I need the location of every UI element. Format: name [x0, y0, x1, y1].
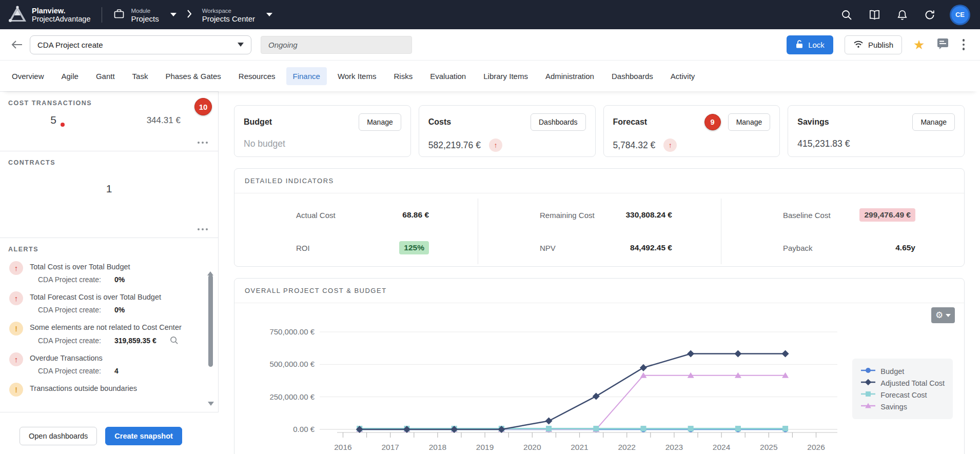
module-switcher[interactable]: Module Projects: [113, 7, 176, 23]
savings-value: 415,231.83 €: [797, 139, 955, 149]
alerts-scrollbar[interactable]: [207, 263, 214, 406]
tab-work-items[interactable]: Work Items: [331, 67, 383, 85]
tab-task[interactable]: Task: [126, 67, 155, 85]
chart-settings-gear-icon[interactable]: ⚙: [931, 307, 955, 323]
chart-series-savings: [356, 372, 789, 432]
project-name: CDA Project create: [37, 41, 103, 49]
alert-item[interactable]: ↑ Overdue Transactions CDA Project creat…: [9, 352, 201, 375]
savings-card: Savings Manage 415,231.83 €: [788, 105, 965, 157]
chart-series-forecast-cost: [357, 426, 788, 431]
chart-legend: Budget Adjusted Total Cost Forecast Cost…: [852, 359, 953, 419]
svg-text:2020: 2020: [523, 443, 541, 451]
budget-card: Budget Manage No budget: [234, 105, 411, 157]
budget-manage-button[interactable]: Manage: [359, 113, 401, 131]
legend-marker-icon: [860, 402, 876, 411]
tab-dashboards[interactable]: Dashboards: [605, 67, 660, 85]
project-status-field[interactable]: Ongoing: [261, 36, 412, 54]
project-select[interactable]: CDA Project create: [30, 35, 251, 54]
tab-resources[interactable]: Resources: [232, 67, 282, 85]
favorite-star-icon[interactable]: ★: [913, 38, 925, 51]
alert-warning-icon: !: [9, 322, 23, 335]
module-value: Projects: [131, 15, 159, 23]
alert-search-icon[interactable]: [170, 336, 179, 345]
svg-text:500,000.00 €: 500,000.00 €: [269, 360, 315, 368]
scrollbar-thumb[interactable]: [208, 275, 213, 367]
lock-button[interactable]: Lock: [787, 35, 833, 54]
notifications-bell-icon[interactable]: [896, 9, 908, 21]
publish-wifi-icon: [853, 40, 864, 50]
alert-item[interactable]: ! Transactions outside boundaries: [9, 383, 201, 392]
tab-overview[interactable]: Overview: [5, 67, 51, 85]
scroll-down-icon[interactable]: [208, 402, 214, 406]
tab-activity[interactable]: Activity: [664, 67, 702, 85]
forecast-manage-button[interactable]: Manage: [728, 113, 771, 131]
forecast-value: 5,784.32 €: [613, 140, 656, 151]
module-label: Module: [131, 7, 159, 15]
legend-item-savings[interactable]: Savings: [860, 401, 945, 412]
costs-value: 582,219.76 €: [428, 140, 481, 151]
briefcase-icon: [113, 8, 125, 22]
brand-line1: Planview.: [32, 7, 90, 15]
tab-evaluation[interactable]: Evaluation: [423, 67, 473, 85]
savings-card-title: Savings: [797, 117, 829, 127]
tab-agile[interactable]: Agile: [55, 67, 85, 85]
indicator-value: 84,492.45 €: [630, 243, 672, 252]
back-arrow-icon[interactable]: [9, 37, 25, 52]
tab-library-items[interactable]: Library Items: [477, 67, 535, 85]
alert-item[interactable]: ↑ Total Forecast Cost is over Total Budg…: [9, 291, 201, 314]
tab-risks[interactable]: Risks: [387, 67, 419, 85]
costs-card: Costs Dashboards 582,219.76 € ↑: [419, 105, 596, 157]
search-icon[interactable]: [840, 9, 853, 21]
project-status-value: Ongoing: [268, 41, 298, 49]
tab-administration[interactable]: Administration: [539, 67, 601, 85]
alert-warning-icon: !: [9, 383, 23, 397]
forecast-badge: 9: [704, 114, 721, 130]
legend-marker-icon: [860, 379, 876, 387]
alerts-title: ALERTS: [0, 238, 218, 256]
tab-gantt[interactable]: Gantt: [89, 67, 122, 85]
alert-item[interactable]: ! Some elements are not related to Cost …: [9, 322, 201, 345]
contracts-title: CONTRACTS: [0, 151, 218, 169]
alert-error-icon: ↑: [9, 261, 23, 275]
savings-manage-button[interactable]: Manage: [912, 113, 955, 131]
cost-transactions-amount: 344.31 €: [147, 115, 181, 126]
more-options-kebab-icon[interactable]: [961, 37, 967, 52]
more-options-icon[interactable]: [195, 140, 210, 146]
alerts-panel: ALERTS ↑ Total Cost is over Total Budget…: [0, 238, 219, 412]
finance-sidebar: COST TRANSACTIONS 10 5 344.31 € CONTRACT…: [0, 91, 219, 454]
tab-finance[interactable]: Finance: [286, 67, 327, 85]
trend-up-icon: ↑: [663, 139, 677, 152]
detailed-indicators-title: DETAILED INDICATORS: [234, 169, 964, 193]
legend-item-budget[interactable]: Budget: [860, 365, 945, 377]
costs-card-title: Costs: [428, 117, 451, 127]
feedback-comment-icon[interactable]: [936, 37, 949, 52]
alert-item[interactable]: ↑ Total Cost is over Total Budget CDA Pr…: [9, 261, 201, 284]
scroll-up-icon[interactable]: [207, 263, 213, 275]
publish-button[interactable]: Publish: [845, 35, 902, 54]
indicator-value: 330,808.24 €: [625, 210, 672, 220]
svg-text:2019: 2019: [476, 443, 494, 451]
user-avatar[interactable]: CE: [951, 6, 969, 24]
svg-text:2021: 2021: [571, 443, 588, 451]
legend-item-forecast-cost[interactable]: Forecast Cost: [860, 389, 945, 401]
more-options-icon[interactable]: [195, 226, 210, 233]
alerts-list: ↑ Total Cost is over Total Budget CDA Pr…: [0, 256, 218, 392]
costs-dashboards-button[interactable]: Dashboards: [531, 113, 586, 131]
tab-phases-gates[interactable]: Phases & Gates: [159, 67, 227, 85]
workspace-value: Projects Center: [202, 15, 255, 23]
project-header: CDA Project create Ongoing Lock P: [0, 29, 980, 61]
planview-logo-icon: [8, 6, 27, 24]
workspace-switcher[interactable]: Workspace Projects Center: [202, 7, 272, 23]
open-dashboards-button[interactable]: Open dashboards: [19, 427, 97, 445]
contracts-count: 1: [106, 183, 112, 195]
refresh-icon[interactable]: [924, 9, 936, 21]
indicator-value-highlighted: 299,476.49 €: [859, 208, 915, 222]
legend-marker-icon: [860, 390, 876, 399]
indicator-label: ROI: [296, 244, 310, 252]
legend-item-adjusted-total-cost[interactable]: Adjusted Total Cost: [860, 377, 945, 389]
svg-text:2017: 2017: [381, 443, 399, 451]
create-snapshot-button[interactable]: Create snapshot: [105, 427, 182, 445]
help-book-icon[interactable]: [868, 9, 880, 21]
svg-text:2018: 2018: [429, 443, 446, 451]
planview-brand[interactable]: Planview. ProjectAdvantage: [8, 6, 90, 24]
